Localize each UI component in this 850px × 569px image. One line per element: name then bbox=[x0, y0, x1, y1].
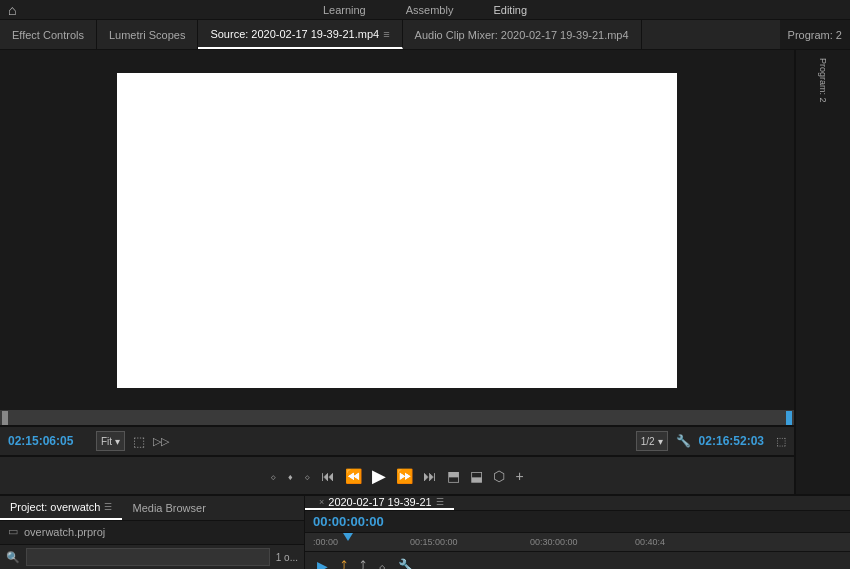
scrub-out-handle[interactable] bbox=[786, 411, 792, 425]
ruler-label-2: 00:30:00:00 bbox=[530, 537, 578, 547]
timeline-content: 00:00:00:00 :00:00 00:15:00:00 00:30:00:… bbox=[305, 511, 850, 569]
search-icon: 🔍 bbox=[6, 551, 20, 564]
timeline-toolbar: ▶ ⤴ ⤴ ⬦ 🔧 bbox=[305, 551, 850, 569]
project-menu-icon[interactable]: ☰ bbox=[104, 502, 112, 512]
step-back-button[interactable]: ⏪ bbox=[342, 467, 365, 485]
project-panel: Project: overwatch ☰ Media Browser ▭ ove… bbox=[0, 496, 305, 569]
tab-lumetri-scopes[interactable]: Lumetri Scopes bbox=[97, 20, 198, 49]
fit-dropdown[interactable]: Fit ▾ bbox=[96, 431, 125, 451]
timeline-panel: × 2020-02-17 19-39-21 ☰ 00:00:00:00 :00:… bbox=[305, 496, 850, 569]
ruler-label-1: 00:15:00:00 bbox=[410, 537, 458, 547]
nav-learning[interactable]: Learning bbox=[323, 4, 366, 16]
project-bottom-bar: 🔍 1 o... bbox=[0, 544, 304, 569]
step-fwd-button[interactable]: ⏩ bbox=[393, 467, 416, 485]
razor-tool-button[interactable]: ⤴ bbox=[355, 556, 370, 570]
timeline-timecode-value[interactable]: 00:00:00:00 bbox=[313, 514, 384, 529]
home-icon[interactable]: ⌂ bbox=[8, 2, 16, 18]
tab-media-browser[interactable]: Media Browser bbox=[122, 496, 215, 520]
tab-effect-controls[interactable]: Effect Controls bbox=[0, 20, 97, 49]
timeline-tab-close-icon[interactable]: × bbox=[319, 497, 324, 507]
scrub-in-handle[interactable] bbox=[2, 411, 8, 425]
nav-assembly[interactable]: Assembly bbox=[406, 4, 454, 16]
nav-editing[interactable]: Editing bbox=[493, 4, 527, 16]
tab-timeline[interactable]: × 2020-02-17 19-39-21 ☰ bbox=[305, 496, 454, 510]
play-button[interactable]: ▶ bbox=[369, 464, 389, 488]
project-file-row: ▭ overwatch.prproj bbox=[8, 525, 296, 538]
insert-button[interactable]: ⬒ bbox=[444, 467, 463, 485]
source-settings-icon[interactable]: ≡ bbox=[383, 28, 389, 40]
add-marker-button[interactable]: + bbox=[512, 467, 526, 485]
timeline-tab-menu-icon[interactable]: ☰ bbox=[436, 497, 444, 507]
go-to-in-button[interactable]: ⏮ bbox=[318, 467, 338, 485]
project-content: ▭ overwatch.prproj bbox=[0, 521, 304, 544]
ratio-dropdown[interactable]: 1/2 ▾ bbox=[636, 431, 668, 451]
timeline-tab-bar: × 2020-02-17 19-39-21 ☰ bbox=[305, 496, 850, 511]
project-count: 1 o... bbox=[276, 552, 298, 563]
source-panel: 02:15:06:05 Fit ▾ ⬚ ▷▷ 1/2 ▾ 🔧 02:16:52:… bbox=[0, 50, 795, 494]
right-panel: Program: 2 bbox=[795, 50, 850, 494]
overwrite-button[interactable]: ⬓ bbox=[467, 467, 486, 485]
go-to-out-button[interactable]: ⏭ bbox=[420, 467, 440, 485]
project-search-input[interactable] bbox=[26, 548, 270, 566]
timeline-timecode-bar: 00:00:00:00 bbox=[305, 511, 850, 533]
playhead-triangle bbox=[343, 533, 353, 541]
wrench-icon[interactable]: 🔧 bbox=[676, 434, 691, 448]
video-preview bbox=[0, 50, 794, 410]
program-label: Program: 2 bbox=[818, 58, 828, 103]
mark-out-button[interactable]: ⬦ bbox=[301, 469, 314, 483]
mark-in-button[interactable]: ⬦ bbox=[267, 469, 280, 483]
export-icon[interactable]: ⬚ bbox=[133, 434, 145, 449]
video-frame bbox=[117, 73, 677, 388]
program-area: Program: 2 bbox=[780, 20, 850, 49]
select-tool-button[interactable]: ▶ bbox=[313, 556, 332, 570]
transport-bar: ⬦ ⬧ ⬦ ⏮ ⏪ ▶ ⏩ ⏭ ⬒ ⬓ ⬡ + bbox=[0, 456, 794, 494]
file-icon: ▭ bbox=[8, 525, 18, 538]
panel-settings-icon[interactable]: ⬚ bbox=[776, 435, 786, 448]
shuttle-fwd-icon[interactable]: ▷▷ bbox=[153, 435, 169, 448]
export-frame-button[interactable]: ⬡ bbox=[490, 467, 508, 485]
scrub-fill bbox=[0, 410, 794, 425]
timeline-settings-button[interactable]: 🔧 bbox=[394, 556, 419, 570]
timecode-in[interactable]: 02:15:06:05 bbox=[8, 434, 88, 448]
marker-button[interactable]: ⬦ bbox=[374, 556, 390, 570]
tab-audio-clip-mixer[interactable]: Audio Clip Mixer: 2020-02-17 19-39-21.mp… bbox=[403, 20, 642, 49]
ruler-label-0: :00:00 bbox=[313, 537, 338, 547]
tab-project[interactable]: Project: overwatch ☰ bbox=[0, 496, 122, 520]
mark-clip-button[interactable]: ⬧ bbox=[284, 469, 297, 483]
project-tab-bar: Project: overwatch ☰ Media Browser bbox=[0, 496, 304, 521]
timeline-ruler[interactable]: :00:00 00:15:00:00 00:30:00:00 00:40:4 bbox=[305, 533, 850, 551]
ruler-label-3: 00:40:4 bbox=[635, 537, 665, 547]
scrub-bar[interactable] bbox=[0, 410, 794, 426]
project-file-name: overwatch.prproj bbox=[24, 526, 105, 538]
ripple-tool-button[interactable]: ⤴ bbox=[336, 556, 351, 570]
tab-source[interactable]: Source: 2020-02-17 19-39-21.mp4 ≡ bbox=[198, 20, 402, 49]
timecode-out[interactable]: 02:16:52:03 bbox=[699, 434, 764, 448]
timecode-bar: 02:15:06:05 Fit ▾ ⬚ ▷▷ 1/2 ▾ 🔧 02:16:52:… bbox=[0, 426, 794, 456]
